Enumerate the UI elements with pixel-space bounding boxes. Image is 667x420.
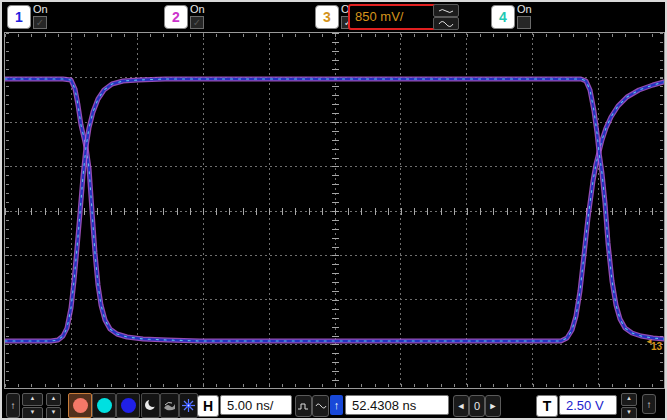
pulse-icon: [298, 402, 309, 411]
spin-down-button-2[interactable]: ▼: [46, 407, 61, 420]
trigger-menu-button[interactable]: T: [536, 395, 558, 417]
color-grade-button[interactable]: [160, 393, 179, 418]
cyan-circle-icon: [97, 398, 112, 413]
cyan-color-button[interactable]: [92, 393, 116, 418]
oscilloscope-screen: 1 On ✓ 2 On ✓ 3 On ✓ 850 mV/ 4 On ✓: [0, 0, 667, 420]
channel-4-checkbox[interactable]: ✓: [517, 16, 531, 29]
trigger-level-spinner: ▲ ▼: [621, 393, 637, 420]
time-reference-marker: ↑: [330, 395, 343, 415]
delay-field[interactable]: 52.4308 ns: [345, 395, 449, 415]
scale-decrease-button[interactable]: [433, 4, 459, 17]
channel-3-badge[interactable]: 3: [315, 5, 339, 29]
delay-increment-button[interactable]: ►: [485, 395, 501, 417]
channel-1-checkbox[interactable]: ✓: [33, 16, 47, 29]
channel-2-on-label: On: [190, 3, 205, 15]
backlight-button[interactable]: [179, 393, 198, 418]
scale-increase-button[interactable]: [433, 17, 459, 30]
horizontal-menu-button[interactable]: H: [197, 395, 219, 417]
sine-icon: [315, 402, 327, 410]
trigger-level-down-button[interactable]: ▼: [621, 407, 637, 420]
trace-high-to-low: [5, 79, 664, 341]
vertical-spinner-large: ▲ ▼: [22, 393, 43, 420]
trigger-marker-13[interactable]: ◄ 13: [645, 333, 663, 355]
channel-1-on-label: On: [33, 3, 48, 15]
marker-label: 13: [651, 341, 662, 352]
moon-icon: [144, 399, 157, 412]
trigger-slope-button[interactable]: ↑: [642, 394, 656, 414]
red-color-button[interactable]: [68, 393, 92, 418]
trace-low-to-high: [5, 79, 664, 341]
channel-3-scale-field[interactable]: 850 mV/: [348, 4, 439, 30]
channel-2-checkbox[interactable]: ✓: [190, 16, 204, 29]
trigger-level-field[interactable]: 2.50 V: [559, 395, 617, 415]
blue-circle-icon: [121, 398, 136, 413]
red-circle-icon: [73, 398, 88, 413]
spin-up-button[interactable]: ▲: [22, 393, 43, 406]
brightness-icon: [182, 399, 195, 412]
spin-up-button-2[interactable]: ▲: [46, 393, 61, 406]
bottom-left-arrow-button[interactable]: ↑: [6, 393, 20, 418]
blue-color-button[interactable]: [116, 393, 140, 418]
time-per-div-field[interactable]: 5.00 ns/: [220, 395, 292, 415]
small-sine-icon: [438, 7, 454, 15]
channel-1-badge[interactable]: 1: [7, 5, 31, 29]
waveform-display: ◄ 13: [4, 32, 665, 389]
trace-high-to-low: [5, 79, 664, 341]
spin-down-button[interactable]: ▼: [22, 407, 43, 420]
trace-high-to-low: [5, 79, 664, 341]
trace-low-to-high: [5, 79, 664, 341]
channel-2-badge[interactable]: 2: [164, 5, 188, 29]
vertical-spinner-small: ▲ ▼: [46, 393, 61, 420]
delay-zero-button[interactable]: 0: [469, 395, 485, 417]
gray-waves-icon: [163, 400, 176, 412]
channel-4-badge[interactable]: 4: [491, 5, 515, 29]
trace-low-to-high: [5, 79, 664, 341]
display-mode-button[interactable]: [141, 393, 160, 418]
waveform-traces: [5, 33, 664, 388]
channel-4-on-label: On: [517, 3, 532, 15]
zoom-waveform-button[interactable]: [295, 395, 312, 417]
control-toolbar: ↑ ▲ ▼ ▲ ▼: [4, 391, 663, 419]
sine-waveform-button[interactable]: [312, 395, 329, 417]
large-sine-icon: [438, 19, 454, 29]
trigger-level-up-button[interactable]: ▲: [621, 393, 637, 406]
channel-toolbar: 1 On ✓ 2 On ✓ 3 On ✓ 850 mV/ 4 On ✓: [2, 2, 665, 31]
delay-decrement-button[interactable]: ◄: [453, 395, 469, 417]
